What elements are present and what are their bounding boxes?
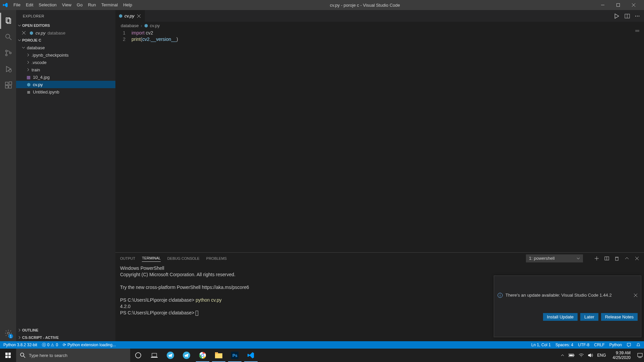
menu-selection[interactable]: Selection (36, 0, 59, 10)
menu-edit[interactable]: Edit (23, 0, 36, 10)
csscript-header[interactable]: CS-Script - Active (16, 334, 115, 341)
taskbar-clock[interactable]: 9:39 AM 4/25/2020 (610, 351, 633, 360)
panel-tab-debug[interactable]: Debug Console (167, 255, 200, 262)
terminal-content[interactable]: Windows PowerShell Copyright (C) Microso… (115, 264, 644, 341)
install-update-button[interactable]: Install Update (543, 313, 578, 321)
folder-train[interactable]: train (16, 66, 115, 73)
notebook-icon: ≣ (25, 89, 32, 95)
chevron-down-icon (577, 257, 580, 260)
close-panel-icon[interactable] (635, 256, 639, 261)
source-control-icon[interactable] (0, 45, 16, 61)
task-view-icon[interactable] (146, 349, 162, 362)
tray-chevron-up-icon[interactable] (560, 353, 565, 357)
extensions-icon[interactable] (0, 77, 16, 93)
search-icon[interactable] (0, 29, 16, 45)
open-editor-item[interactable]: ⬢ cv.py database (16, 29, 115, 37)
menu-run[interactable]: Run (85, 0, 99, 10)
close-icon[interactable] (634, 293, 638, 297)
minimap[interactable] (635, 30, 639, 32)
status-encoding[interactable]: UTF-8 (578, 343, 589, 347)
start-button[interactable] (0, 349, 16, 362)
app-telegram-desktop-icon[interactable] (162, 349, 178, 362)
svg-point-45 (20, 353, 24, 356)
maximize-button[interactable] (610, 0, 626, 10)
language-indicator[interactable]: ENG (597, 353, 606, 358)
terminal-prompt: PS C:\Users\LP\poroje c\database> (120, 297, 196, 303)
explorer-icon[interactable] (0, 13, 16, 29)
feedback-icon[interactable] (627, 343, 631, 347)
later-button[interactable]: Later (580, 313, 598, 321)
open-editors-header[interactable]: Open Editors (16, 22, 115, 29)
release-notes-button[interactable]: Release Notes (601, 313, 638, 321)
menu-go[interactable]: Go (74, 0, 85, 10)
kill-terminal-icon[interactable] (614, 256, 619, 261)
settings-gear-icon[interactable]: 1 (0, 325, 16, 341)
close-button[interactable] (626, 0, 641, 10)
menu-help[interactable]: Help (120, 0, 135, 10)
breadcrumb-root[interactable]: database (121, 23, 139, 28)
svg-text:Ps: Ps (232, 353, 237, 358)
menu-terminal[interactable]: Terminal (99, 0, 120, 10)
svg-point-38 (500, 294, 500, 294)
update-notification: There's an update available: Visual Stud… (494, 276, 641, 337)
wifi-icon[interactable] (579, 353, 584, 358)
more-icon[interactable] (635, 13, 640, 19)
file-image[interactable]: ▦ 10_4.jpg (16, 73, 115, 81)
app-chrome-icon[interactable] (195, 349, 211, 362)
menu-file[interactable]: File (11, 0, 23, 10)
maximize-panel-icon[interactable] (625, 256, 629, 261)
run-icon[interactable] (614, 13, 620, 19)
breadcrumb-file[interactable]: cv.py (150, 23, 160, 28)
app-vscode-icon[interactable] (243, 349, 259, 362)
folder-vscode[interactable]: .vscode (16, 59, 115, 66)
split-editor-icon[interactable] (625, 13, 630, 19)
new-terminal-icon[interactable] (594, 256, 599, 261)
search-placeholder: Type here to search (29, 353, 67, 358)
chevron-right-icon (25, 60, 31, 64)
status-language[interactable]: Python (609, 343, 622, 347)
status-cursor[interactable]: Ln 1, Col 1 (531, 343, 551, 347)
project-label: poroje c (22, 38, 41, 42)
chevron-down-icon (21, 46, 26, 50)
terminal-line: Try the new cross-platform PowerShell ht… (120, 285, 249, 290)
menu-view[interactable]: View (59, 0, 74, 10)
volume-icon[interactable] (588, 353, 593, 358)
status-spaces[interactable]: Spaces: 4 (555, 343, 573, 347)
folder-ipynb-checkpoints[interactable]: .ipynb_checkpoints (16, 51, 115, 59)
battery-icon[interactable] (569, 353, 575, 357)
status-loading[interactable]: ⟳ Python extension loading... (63, 343, 116, 347)
close-icon[interactable] (21, 31, 27, 35)
tab-cvpy[interactable]: ⬢ cv.py (115, 10, 145, 22)
status-problems[interactable]: ⓧ0 ⚠0 (42, 342, 58, 348)
action-center-icon[interactable] (637, 353, 643, 358)
file-untitled-ipynb[interactable]: ≣ Untitled.ipynb (16, 88, 115, 96)
project-header[interactable]: poroje c (16, 37, 115, 44)
terminal-selector[interactable]: 1: powershell (526, 254, 583, 262)
chevron-right-icon: › (141, 23, 142, 28)
app-telegram-icon[interactable] (178, 349, 195, 362)
file-cvpy[interactable]: ⬢ cv.py (16, 81, 115, 88)
outline-header[interactable]: Outline (16, 326, 115, 334)
status-eol[interactable]: CRLF (594, 343, 604, 347)
taskbar-search[interactable]: Type here to search (16, 349, 130, 362)
title-bar: File Edit Selection View Go Run Terminal… (0, 0, 644, 10)
status-python[interactable]: Python 3.8.2 32-bit (3, 343, 37, 347)
panel-tab-problems[interactable]: Problems (206, 255, 227, 262)
image-icon: ▦ (25, 75, 32, 80)
app-photoshop-icon[interactable]: Ps (227, 349, 243, 362)
run-debug-icon[interactable] (0, 61, 16, 77)
code-editor[interactable]: 1 2 import cv2 print(cv2.__version__) (115, 29, 644, 252)
close-icon[interactable] (136, 14, 142, 18)
cortana-icon[interactable] (130, 349, 146, 362)
split-terminal-icon[interactable] (604, 256, 609, 261)
panel-tab-terminal[interactable]: Terminal (142, 255, 161, 262)
open-editor-name: cv.py (36, 31, 45, 36)
folder-database[interactable]: database (16, 44, 115, 51)
code-content[interactable]: import cv2 print(cv2.__version__) (131, 29, 644, 252)
minimize-button[interactable] (595, 0, 610, 10)
notifications-icon[interactable] (636, 343, 641, 347)
panel-tab-output[interactable]: Output (120, 255, 135, 262)
app-file-explorer-icon[interactable] (211, 349, 227, 362)
outline-label: Outline (22, 328, 38, 332)
breadcrumb[interactable]: database › ⬢ cv.py (115, 22, 644, 29)
